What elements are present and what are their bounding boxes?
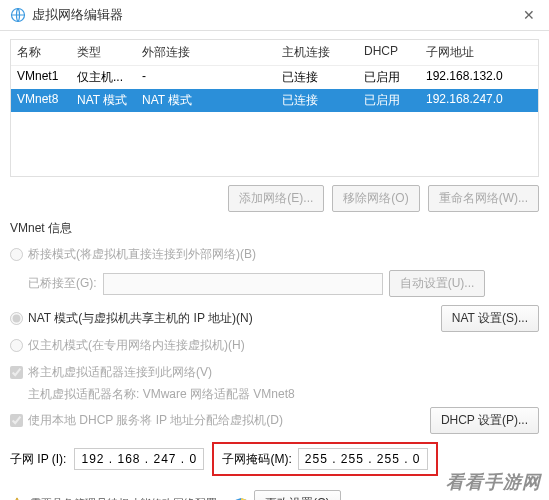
col-header-ext[interactable]: 外部连接 xyxy=(136,40,276,65)
cell-dhcp: 已启用 xyxy=(358,66,420,89)
subnet-mask-label: 子网掩码(M): xyxy=(222,451,291,468)
nat-mode-radio[interactable] xyxy=(10,312,23,325)
cell-host: 已连接 xyxy=(276,66,358,89)
hostonly-mode-row: 仅主机模式(在专用网络内连接虚拟机)(H) xyxy=(10,334,539,357)
remove-network-button[interactable]: 移除网络(O) xyxy=(332,185,419,212)
dhcp-row: 使用本地 DHCP 服务将 IP 地址分配给虚拟机(D) DHCP 设置(P).… xyxy=(10,407,539,434)
cell-type: 仅主机... xyxy=(71,66,136,89)
subnet-mask-input[interactable]: 255 . 255 . 255 . 0 xyxy=(298,448,428,470)
cell-type: NAT 模式 xyxy=(71,89,136,112)
bridge-to-row: 已桥接至(G): 自动设置(U)... xyxy=(28,270,539,297)
col-header-host[interactable]: 主机连接 xyxy=(276,40,358,65)
admin-text: 需要具备管理员特权才能修改网络配置。 xyxy=(30,496,228,500)
bridge-to-dropdown[interactable] xyxy=(103,273,383,295)
nat-mode-label: NAT 模式(与虚拟机共享主机的 IP 地址)(N) xyxy=(28,310,253,327)
bridge-mode-label: 桥接模式(将虚拟机直接连接到外部网络)(B) xyxy=(28,246,256,263)
col-header-subnet[interactable]: 子网地址 xyxy=(420,40,538,65)
col-header-name[interactable]: 名称 xyxy=(11,40,71,65)
network-table: 名称 类型 外部连接 主机连接 DHCP 子网地址 VMnet1 仅主机... … xyxy=(10,39,539,177)
titlebar: 虚拟网络编辑器 ✕ xyxy=(0,0,549,31)
bridge-mode-radio[interactable] xyxy=(10,248,23,261)
table-row[interactable]: VMnet1 仅主机... - 已连接 已启用 192.168.132.0 xyxy=(11,66,538,89)
cell-subnet: 192.168.132.0 xyxy=(420,66,538,89)
nat-settings-button[interactable]: NAT 设置(S)... xyxy=(441,305,539,332)
table-actions: 添加网络(E)... 移除网络(O) 重命名网络(W)... xyxy=(10,185,539,212)
col-header-type[interactable]: 类型 xyxy=(71,40,136,65)
change-settings-button[interactable]: 更改设置(C) xyxy=(254,490,341,500)
dhcp-checkbox[interactable] xyxy=(10,414,23,427)
dhcp-label: 使用本地 DHCP 服务将 IP 地址分配给虚拟机(D) xyxy=(28,412,283,429)
globe-icon xyxy=(10,7,26,23)
watermark: 看看手游网 xyxy=(446,470,541,494)
cell-ext: - xyxy=(136,66,276,89)
shield-icon xyxy=(234,497,248,501)
dhcp-settings-button[interactable]: DHCP 设置(P)... xyxy=(430,407,539,434)
table-header: 名称 类型 外部连接 主机连接 DHCP 子网地址 xyxy=(11,40,538,66)
close-icon[interactable]: ✕ xyxy=(519,7,539,23)
subnet-mask-highlight: 子网掩码(M): 255 . 255 . 255 . 0 xyxy=(212,442,437,476)
host-connect-checkbox[interactable] xyxy=(10,366,23,379)
warning-icon: ! xyxy=(10,497,24,501)
cell-subnet: 192.168.247.0 xyxy=(420,89,538,112)
cell-name: VMnet8 xyxy=(11,89,71,112)
col-header-dhcp[interactable]: DHCP xyxy=(358,40,420,65)
hostonly-mode-radio[interactable] xyxy=(10,339,23,352)
rename-network-button[interactable]: 重命名网络(W)... xyxy=(428,185,539,212)
host-connect-row: 将主机虚拟适配器连接到此网络(V) xyxy=(10,361,539,384)
table-row[interactable]: VMnet8 NAT 模式 NAT 模式 已连接 已启用 192.168.247… xyxy=(11,89,538,112)
bridge-to-label: 已桥接至(G): xyxy=(28,275,97,292)
nat-mode-row: NAT 模式(与虚拟机共享主机的 IP 地址)(N) NAT 设置(S)... xyxy=(10,305,539,332)
window-title: 虚拟网络编辑器 xyxy=(32,6,519,24)
cell-dhcp: 已启用 xyxy=(358,89,420,112)
hostonly-mode-label: 仅主机模式(在专用网络内连接虚拟机)(H) xyxy=(28,337,245,354)
adapter-name-label: 主机虚拟适配器名称: VMware 网络适配器 VMnet8 xyxy=(28,384,539,405)
main-content: 名称 类型 外部连接 主机连接 DHCP 子网地址 VMnet1 仅主机... … xyxy=(0,31,549,500)
vmnet-info-title: VMnet 信息 xyxy=(10,220,539,237)
subnet-ip-input[interactable]: 192 . 168 . 247 . 0 xyxy=(74,448,204,470)
add-network-button[interactable]: 添加网络(E)... xyxy=(228,185,324,212)
cell-ext: NAT 模式 xyxy=(136,89,276,112)
host-connect-label: 将主机虚拟适配器连接到此网络(V) xyxy=(28,364,212,381)
cell-host: 已连接 xyxy=(276,89,358,112)
cell-name: VMnet1 xyxy=(11,66,71,89)
subnet-ip-label: 子网 IP (I): xyxy=(10,451,66,468)
bridge-mode-radio-row: 桥接模式(将虚拟机直接连接到外部网络)(B) xyxy=(10,243,539,266)
auto-settings-button[interactable]: 自动设置(U)... xyxy=(389,270,486,297)
